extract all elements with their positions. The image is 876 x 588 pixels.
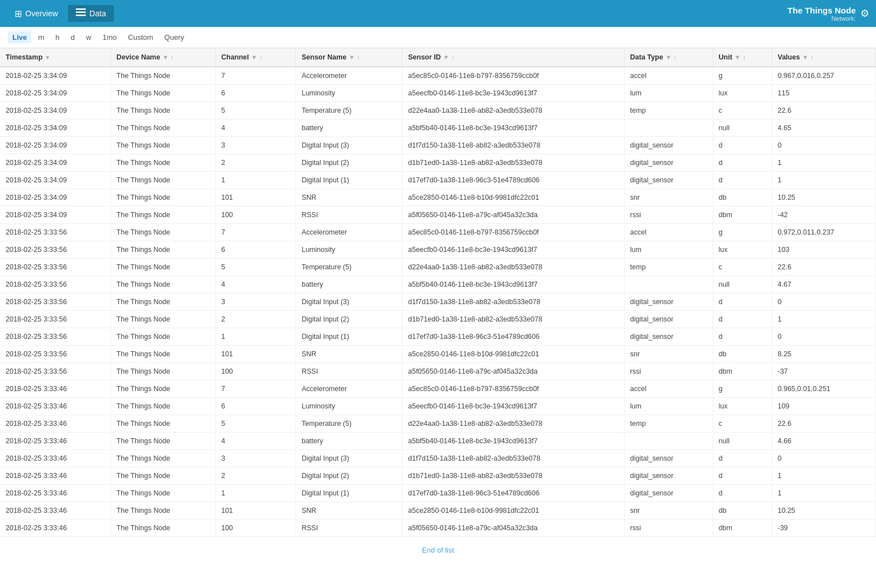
table-row: 2018-02-25 3:33:56 The Things Node 7 Acc… xyxy=(0,224,876,241)
table-row: 2018-02-25 3:34:09 The Things Node 5 Tem… xyxy=(0,102,876,120)
device-filter-icon[interactable]: ▼ xyxy=(162,54,168,61)
cell-sensor-id: a5eecfb0-0146-11e8-bc3e-1943cd9613f7 xyxy=(402,398,625,415)
table-row: 2018-02-25 3:33:56 The Things Node 6 Lum… xyxy=(0,241,876,259)
cell-timestamp: 2018-02-25 3:33:46 xyxy=(0,520,111,537)
data-type-sort-icon[interactable]: ↕ xyxy=(674,54,677,61)
cell-data-type xyxy=(624,120,713,137)
cell-sensor-id: d1f7d150-1a38-11e8-ab82-a3edb533e078 xyxy=(402,293,625,311)
col-device-name: Device Name ▼ ↕ xyxy=(111,48,215,67)
device-sort-icon[interactable]: ↕ xyxy=(171,54,173,61)
cell-sensor-name: SNR xyxy=(296,346,402,363)
time-filter-query[interactable]: Query xyxy=(160,31,189,43)
cell-sensor-name: SNR xyxy=(296,189,402,206)
cell-sensor-id: d1b71ed0-1a38-11e8-ab82-a3edb533e078 xyxy=(402,467,625,485)
cell-timestamp: 2018-02-25 3:33:56 xyxy=(0,259,111,276)
cell-sensor-name: battery xyxy=(296,120,402,137)
cell-values: 8.25 xyxy=(772,346,875,363)
cell-unit: c xyxy=(713,102,772,120)
sensor-id-filter-icon[interactable]: ▼ xyxy=(443,54,450,61)
sensor-name-sort-icon[interactable]: ↕ xyxy=(357,54,360,61)
cell-data-type: digital_sensor xyxy=(624,311,713,328)
cell-data-type: digital_sensor xyxy=(624,467,713,485)
cell-device: The Things Node xyxy=(111,467,215,485)
channel-filter-icon[interactable]: ▼ xyxy=(251,54,258,61)
cell-sensor-name: SNR xyxy=(296,502,402,520)
cell-sensor-id: d1f7d150-1a38-11e8-ab82-a3edb533e078 xyxy=(402,137,625,154)
cell-data-type: rssi xyxy=(624,363,713,380)
table-row: 2018-02-25 3:33:46 The Things Node 6 Lum… xyxy=(0,398,876,415)
settings-icon[interactable]: ⚙ xyxy=(860,7,869,20)
cell-values: 103 xyxy=(772,241,875,259)
svg-rect-0 xyxy=(76,8,86,10)
cell-unit: g xyxy=(713,380,772,398)
time-filter-live[interactable]: Live xyxy=(8,31,31,43)
time-filter-h[interactable]: h xyxy=(51,31,64,43)
cell-timestamp: 2018-02-25 3:34:09 xyxy=(0,206,111,224)
unit-filter-icon[interactable]: ▼ xyxy=(735,54,741,61)
cell-timestamp: 2018-02-25 3:33:46 xyxy=(0,380,111,398)
cell-unit: d xyxy=(713,328,772,346)
cell-device: The Things Node xyxy=(111,85,215,102)
cell-sensor-id: a5ec85c0-0146-11e8-b797-8356759ccb0f xyxy=(402,380,625,398)
sensor-name-filter-icon[interactable]: ▼ xyxy=(348,54,355,61)
data-nav-button[interactable]: Data xyxy=(68,5,114,22)
cell-channel: 100 xyxy=(215,363,296,380)
cell-values: 4.66 xyxy=(772,433,875,450)
values-filter-icon[interactable]: ▼ xyxy=(802,54,808,61)
sensor-id-sort-icon[interactable]: ↕ xyxy=(451,54,454,61)
cell-sensor-id: a5bf5b40-0146-11e8-bc3e-1943cd9613f7 xyxy=(402,276,625,293)
overview-nav-button[interactable]: ⊞ Overview xyxy=(7,5,66,22)
data-type-filter-icon[interactable]: ▼ xyxy=(666,54,672,61)
cell-timestamp: 2018-02-25 3:33:46 xyxy=(0,502,111,520)
cell-timestamp: 2018-02-25 3:33:46 xyxy=(0,433,111,450)
cell-channel: 5 xyxy=(215,415,296,433)
cell-sensor-name: Luminosity xyxy=(296,85,402,102)
time-filter-custom[interactable]: Custom xyxy=(123,31,158,43)
cell-timestamp: 2018-02-25 3:33:56 xyxy=(0,311,111,328)
cell-values: 0.972,0.011,0.237 xyxy=(772,224,875,241)
time-filter-m[interactable]: m xyxy=(34,31,49,43)
timestamp-sort-icon[interactable]: ▼ xyxy=(45,54,51,61)
cell-sensor-id: a5ce2850-0146-11e8-b10d-9981dfc22c01 xyxy=(402,502,625,520)
cell-sensor-name: RSSI xyxy=(296,363,402,380)
cell-device: The Things Node xyxy=(111,172,215,189)
table-row: 2018-02-25 3:34:09 The Things Node 3 Dig… xyxy=(0,137,876,154)
cell-channel: 5 xyxy=(215,259,296,276)
cell-sensor-id: a5eecfb0-0146-11e8-bc3e-1943cd9613f7 xyxy=(402,241,625,259)
time-filter-w[interactable]: w xyxy=(81,31,95,43)
time-filter-1mo[interactable]: 1mo xyxy=(98,31,121,43)
cell-timestamp: 2018-02-25 3:34:09 xyxy=(0,154,111,172)
col-data-type: Data Type ▼ ↕ xyxy=(624,48,713,67)
cell-values: 10.25 xyxy=(772,189,875,206)
unit-sort-icon[interactable]: ↕ xyxy=(743,54,746,61)
cell-unit: g xyxy=(713,224,772,241)
cell-data-type: temp xyxy=(624,102,713,120)
cell-timestamp: 2018-02-25 3:34:09 xyxy=(0,189,111,206)
channel-sort-icon[interactable]: ↕ xyxy=(259,54,262,61)
cell-data-type: temp xyxy=(624,415,713,433)
cell-channel: 2 xyxy=(215,311,296,328)
cell-values: 0 xyxy=(772,450,875,467)
cell-timestamp: 2018-02-25 3:33:56 xyxy=(0,363,111,380)
cell-sensor-name: battery xyxy=(296,276,402,293)
table-row: 2018-02-25 3:33:46 The Things Node 2 Dig… xyxy=(0,467,876,485)
cell-data-type: accel xyxy=(624,224,713,241)
cell-sensor-name: Digital Input (1) xyxy=(296,485,402,502)
cell-channel: 4 xyxy=(215,276,296,293)
cell-channel: 6 xyxy=(215,241,296,259)
svg-rect-1 xyxy=(76,12,86,13)
cell-values: 1 xyxy=(772,311,875,328)
time-filter-d[interactable]: d xyxy=(66,31,79,43)
cell-channel: 7 xyxy=(215,67,296,85)
cell-sensor-id: a5eecfb0-0146-11e8-bc3e-1943cd9613f7 xyxy=(402,85,625,102)
cell-device: The Things Node xyxy=(111,241,215,259)
time-filter-bar: Live m h d w 1mo Custom Query xyxy=(0,27,876,48)
col-values: Values ▼ ↕ xyxy=(772,48,875,67)
data-table-wrapper: Timestamp ▼ Device Name ▼ ↕ Channel ▼ xyxy=(0,48,876,563)
cell-data-type: digital_sensor xyxy=(624,172,713,189)
values-sort-icon[interactable]: ↕ xyxy=(810,54,813,61)
cell-unit: null xyxy=(713,433,772,450)
cell-data-type: digital_sensor xyxy=(624,154,713,172)
cell-unit: dbm xyxy=(713,206,772,224)
cell-values: 22.6 xyxy=(772,415,875,433)
